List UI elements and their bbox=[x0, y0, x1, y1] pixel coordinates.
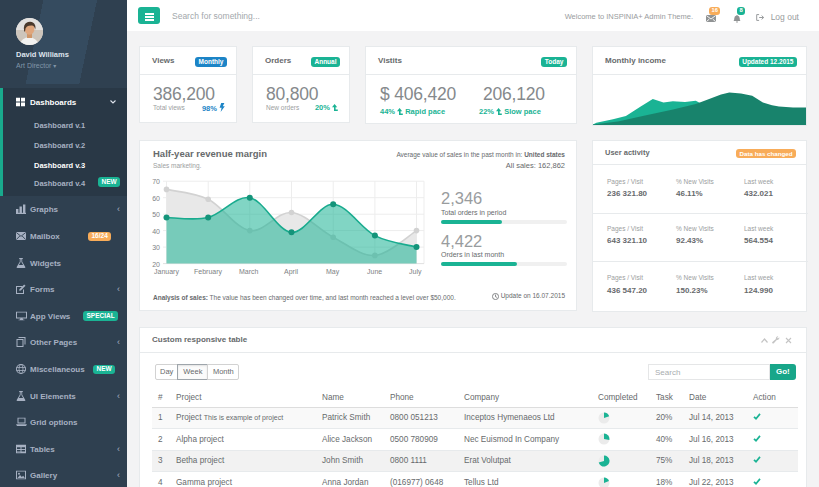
svg-text:July: July bbox=[409, 268, 422, 276]
svg-text:June: June bbox=[367, 268, 382, 275]
svg-text:March: March bbox=[239, 268, 259, 275]
svg-text:February: February bbox=[194, 268, 223, 276]
svg-text:60: 60 bbox=[152, 195, 160, 202]
svg-text:50: 50 bbox=[152, 211, 160, 218]
svg-text:January: January bbox=[154, 268, 179, 276]
svg-text:30: 30 bbox=[152, 244, 160, 251]
svg-text:May: May bbox=[326, 268, 340, 276]
svg-text:20: 20 bbox=[152, 261, 160, 268]
svg-text:40: 40 bbox=[152, 228, 160, 235]
svg-text:April: April bbox=[284, 268, 298, 276]
svg-text:70: 70 bbox=[152, 178, 160, 185]
